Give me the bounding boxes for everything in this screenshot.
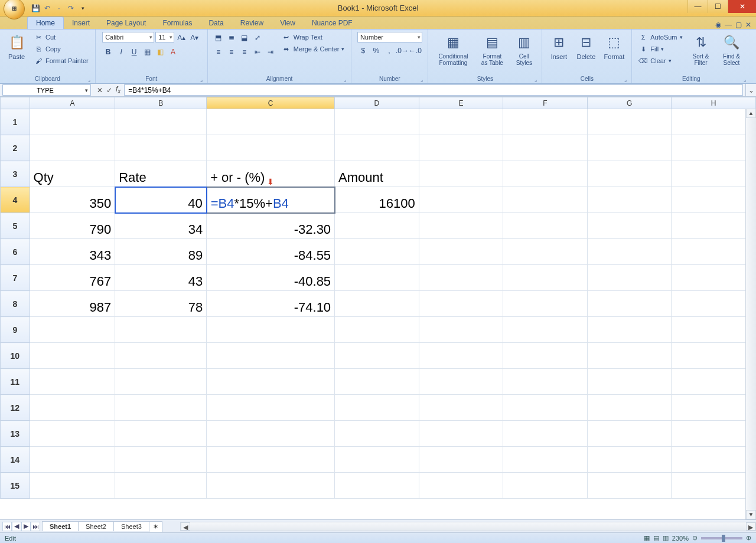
view-normal-icon[interactable]: ▦ xyxy=(644,534,650,542)
cut-button[interactable]: ✂Cut xyxy=(32,32,90,42)
align-middle-icon[interactable]: ≣ xyxy=(226,32,237,44)
ribbon-minimize-icon[interactable]: — xyxy=(725,21,732,29)
tab-insert[interactable]: Insert xyxy=(64,17,98,29)
zoom-out-icon[interactable]: ⊖ xyxy=(692,534,698,542)
cell-A4[interactable]: 350 xyxy=(30,187,115,213)
select-all-corner[interactable] xyxy=(1,97,30,109)
cell-C5[interactable]: -32.30 xyxy=(207,213,335,239)
wrap-text-button[interactable]: ↩Wrap Text xyxy=(280,32,347,42)
row-13[interactable]: 13 xyxy=(1,421,30,447)
row-4[interactable]: 4 xyxy=(1,187,30,213)
vscroll-thumb[interactable] xyxy=(746,118,756,510)
shrink-font-icon[interactable]: A▾ xyxy=(188,32,200,44)
cell-A3[interactable]: Qty xyxy=(30,161,115,187)
scroll-left-icon[interactable]: ◀ xyxy=(181,522,190,531)
row-2[interactable]: 2 xyxy=(1,135,30,161)
row-11[interactable]: 11 xyxy=(1,369,30,395)
cell-C7[interactable]: -40.85 xyxy=(207,265,335,291)
indent-dec-icon[interactable]: ⇤ xyxy=(252,46,263,58)
row-1[interactable]: 1 xyxy=(1,109,30,135)
worksheet-grid[interactable]: A B C D E F G H 1 2 3 Qty Rate + or - (%… xyxy=(0,97,756,519)
font-name-select[interactable]: Calibri xyxy=(102,32,154,42)
scroll-down-icon[interactable]: ▼ xyxy=(746,510,756,519)
col-B[interactable]: B xyxy=(115,97,207,109)
row-9[interactable]: 9 xyxy=(1,317,30,343)
sheet-last-icon[interactable]: ⏭ xyxy=(31,522,40,531)
fill-color-button[interactable]: ◧ xyxy=(154,46,166,58)
row-15[interactable]: 15 xyxy=(1,473,30,499)
format-cells-button[interactable]: ⬚Format xyxy=(601,32,627,61)
underline-button[interactable]: U xyxy=(128,46,140,58)
name-box[interactable]: TYPE xyxy=(2,84,91,96)
align-top-icon[interactable]: ⬒ xyxy=(213,32,224,44)
zoom-in-icon[interactable]: ⊕ xyxy=(746,534,751,542)
view-break-icon[interactable]: ▥ xyxy=(663,534,669,542)
sheet-prev-icon[interactable]: ◀ xyxy=(12,522,21,531)
tab-view[interactable]: View xyxy=(272,17,304,29)
hscroll-thumb[interactable] xyxy=(190,522,746,531)
row-12[interactable]: 12 xyxy=(1,395,30,421)
conditional-formatting-button[interactable]: ▦Conditional Formatting xyxy=(433,32,473,67)
col-E[interactable]: E xyxy=(419,97,503,109)
scroll-right-icon[interactable]: ▶ xyxy=(746,522,755,531)
col-C[interactable]: C xyxy=(207,97,335,109)
border-button[interactable]: ▦ xyxy=(141,46,153,58)
sort-filter-button[interactable]: ⇅Sort & Filter xyxy=(688,32,714,67)
row-14[interactable]: 14 xyxy=(1,447,30,473)
paste-button[interactable]: 📋 Paste xyxy=(5,32,28,61)
currency-icon[interactable]: $ xyxy=(357,45,369,57)
row-5[interactable]: 5 xyxy=(1,213,30,239)
tab-formulas[interactable]: Formulas xyxy=(154,17,200,29)
align-center-icon[interactable]: ≡ xyxy=(226,46,237,58)
cancel-formula-icon[interactable]: ✕ xyxy=(97,86,103,94)
sheet-tab-1[interactable]: Sheet1 xyxy=(42,521,79,531)
row-6[interactable]: 6 xyxy=(1,239,30,265)
row-7[interactable]: 7 xyxy=(1,265,30,291)
sheet-tab-2[interactable]: Sheet2 xyxy=(78,521,114,531)
minimize-button[interactable]: — xyxy=(687,0,708,13)
grow-font-icon[interactable]: A▴ xyxy=(175,32,187,44)
row-8[interactable]: 8 xyxy=(1,291,30,317)
align-bottom-icon[interactable]: ⬓ xyxy=(239,32,250,44)
font-color-button[interactable]: A xyxy=(167,46,179,58)
col-D[interactable]: D xyxy=(335,97,419,109)
tab-review[interactable]: Review xyxy=(232,17,272,29)
cell-B4[interactable]: 40 xyxy=(115,187,207,213)
window-restore-icon[interactable]: ▢ xyxy=(735,21,742,29)
cell-A7[interactable]: 767 xyxy=(30,265,115,291)
clear-button[interactable]: ⌫Clear ▾ xyxy=(637,55,684,66)
inc-decimal-icon[interactable]: .0→ xyxy=(396,45,408,57)
comma-icon[interactable]: , xyxy=(383,45,395,57)
sheet-first-icon[interactable]: ⏮ xyxy=(2,522,12,531)
column-headers[interactable]: A B C D E F G H xyxy=(1,97,756,109)
cell-C8[interactable]: -74.10 xyxy=(207,291,335,317)
orientation-icon[interactable]: ⤢ xyxy=(252,32,263,44)
help-icon[interactable]: ◉ xyxy=(715,21,721,29)
cell-A5[interactable]: 790 xyxy=(30,213,115,239)
zoom-level[interactable]: 230% xyxy=(672,535,689,542)
insert-cells-button[interactable]: ⊞Insert xyxy=(547,32,571,61)
percent-icon[interactable]: % xyxy=(370,45,382,57)
cell-A6[interactable]: 343 xyxy=(30,239,115,265)
cell-C6[interactable]: -84.55 xyxy=(207,239,335,265)
insert-sheet-button[interactable]: ✶ xyxy=(149,521,162,532)
fill-button[interactable]: ⬇Fill ▾ xyxy=(637,44,684,54)
bold-button[interactable]: B xyxy=(102,46,114,58)
font-size-select[interactable]: 11 xyxy=(155,32,174,42)
scroll-up-icon[interactable]: ▲ xyxy=(746,109,756,118)
row-10[interactable]: 10 xyxy=(1,343,30,369)
office-button[interactable]: ⊞ xyxy=(4,0,25,19)
row-3[interactable]: 3 xyxy=(1,161,30,187)
zoom-slider[interactable] xyxy=(701,537,742,539)
col-G[interactable]: G xyxy=(587,97,672,109)
autosum-button[interactable]: ΣAutoSum ▾ xyxy=(637,32,684,42)
cell-C4-editing[interactable]: ⬇ =B4*15%+B4 xyxy=(207,187,335,213)
sheet-next-icon[interactable]: ▶ xyxy=(21,522,31,531)
tab-home[interactable]: Home xyxy=(27,17,64,29)
view-layout-icon[interactable]: ▤ xyxy=(653,534,659,542)
col-H[interactable]: H xyxy=(672,97,756,109)
close-button[interactable]: ✕ xyxy=(728,0,756,13)
maximize-button[interactable]: ☐ xyxy=(708,0,728,13)
align-right-icon[interactable]: ≡ xyxy=(239,46,250,58)
find-select-button[interactable]: 🔍Find & Select xyxy=(718,32,746,67)
